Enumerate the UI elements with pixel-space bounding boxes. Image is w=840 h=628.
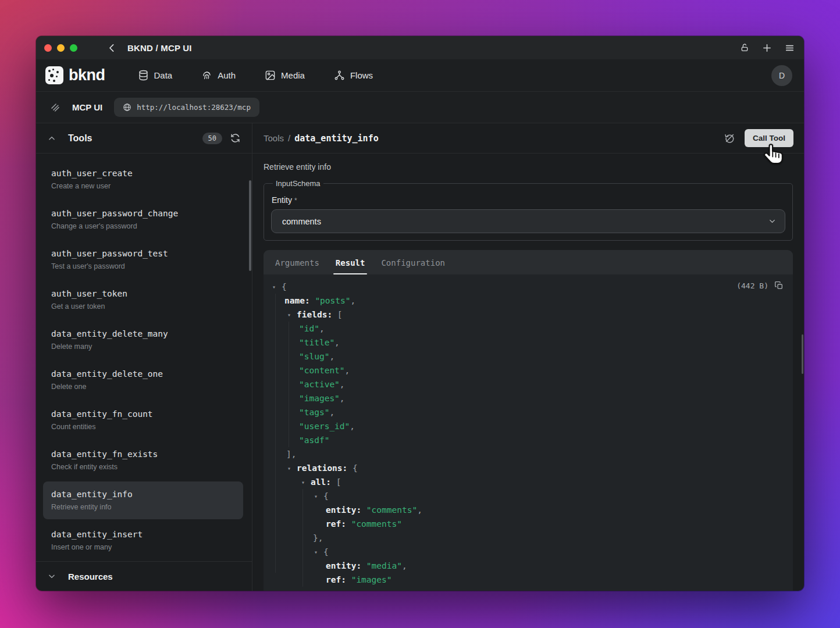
json-punctuation: ],	[286, 449, 296, 459]
json-key: fields:	[297, 310, 337, 319]
copy-icon[interactable]	[774, 281, 784, 290]
tab-arguments[interactable]: Arguments	[274, 258, 321, 274]
nav-item-data[interactable]: Data	[138, 70, 173, 81]
json-punctuation: ,	[351, 296, 356, 305]
refresh-tools-button[interactable]	[230, 133, 240, 143]
tool-name: data_entity_fn_count	[51, 408, 235, 420]
user-avatar[interactable]: D	[771, 65, 792, 86]
tool-item[interactable]: data_entity_delete_manyDelete many	[43, 321, 243, 359]
tool-item[interactable]: data_entity_insertInsert one or many	[43, 522, 243, 559]
json-punctuation: ,	[329, 352, 334, 361]
hamburger-menu-icon	[785, 43, 795, 53]
json-punctuation: ,	[402, 561, 407, 570]
json-line: entity: "media",	[272, 559, 784, 573]
json-line: "title",	[272, 336, 784, 349]
json-line: name: "posts",	[272, 294, 784, 308]
bknd-logo-icon	[45, 66, 63, 84]
globe-icon	[123, 103, 131, 112]
collapse-triangle-icon[interactable]: ▾	[301, 476, 307, 490]
json-key: ref:	[326, 519, 351, 529]
server-url: http://localhost:28623/mcp	[137, 103, 251, 112]
tool-item[interactable]: auth_user_createCreate a new user	[43, 160, 243, 198]
brand-logo[interactable]: bknd	[45, 66, 105, 84]
back-button[interactable]	[107, 43, 117, 53]
nav-item-media[interactable]: Media	[265, 70, 305, 81]
tool-desc: Delete one	[51, 382, 235, 392]
minimize-window-button[interactable]	[57, 44, 65, 52]
tool-item[interactable]: auth_user_tokenGet a user token	[43, 281, 243, 319]
collapse-triangle-icon[interactable]: ▾	[314, 545, 319, 559]
json-punctuation: ,	[329, 408, 334, 417]
tab-result[interactable]: Result	[334, 258, 366, 274]
tool-desc: Create a new user	[51, 181, 235, 191]
tab-configuration[interactable]: Configuration	[380, 258, 446, 274]
tool-item[interactable]: auth_user_password_changeChange a user's…	[43, 201, 243, 238]
nav-item-flows[interactable]: Flows	[334, 70, 373, 81]
tool-item-selected[interactable]: data_entity_infoRetrieve entity info	[43, 481, 243, 519]
tool-name: auth_user_create	[51, 167, 235, 179]
json-line: "users_id",	[272, 419, 784, 433]
chevron-up-icon	[48, 134, 56, 142]
json-string: "images"	[299, 394, 340, 403]
json-string: "asdf"	[299, 436, 329, 445]
tools-section-header[interactable]: Tools 50	[36, 123, 252, 154]
breadcrumb-section[interactable]: Tools	[264, 133, 284, 143]
json-string: "id"	[299, 324, 319, 333]
json-punctuation: [	[336, 477, 341, 487]
tool-desc: Test a user's password	[51, 262, 235, 272]
tool-desc: Change a user's password	[51, 222, 235, 231]
indent-guide	[302, 489, 303, 587]
lock-open-icon[interactable]	[740, 43, 749, 52]
json-key: entity:	[326, 505, 366, 515]
json-punctuation: ,	[345, 366, 350, 375]
json-punctuation: ,	[417, 505, 422, 515]
main-panel: Tools / data_entity_info Call Tool Retri…	[252, 123, 804, 591]
main-nav: Data Auth Media Flows	[138, 70, 373, 81]
collapse-triangle-icon[interactable]: ▾	[314, 490, 319, 504]
server-url-pill[interactable]: http://localhost:28623/mcp	[114, 98, 259, 117]
json-line: ref: "images"	[272, 573, 784, 587]
entity-label-text: Entity	[272, 195, 292, 205]
zoom-window-button[interactable]	[70, 44, 77, 52]
json-punctuation: ,	[350, 422, 355, 431]
new-tab-button[interactable]	[762, 43, 772, 53]
json-punctuation: [	[337, 310, 343, 319]
result-panel: Arguments Result Configuration (442 B)	[264, 250, 793, 591]
collapse-triangle-icon[interactable]: ▾	[287, 462, 293, 476]
mcp-tool-icon	[50, 102, 60, 113]
main-scrollbar[interactable]	[802, 334, 803, 374]
tool-item[interactable]: auth_user_password_testTest a user's pas…	[43, 241, 243, 279]
input-schema-legend: InputSchema	[273, 179, 323, 188]
tool-item[interactable]: data_entity_delete_oneDelete one	[43, 361, 243, 399]
close-window-button[interactable]	[44, 44, 52, 52]
entity-select[interactable]: comments	[271, 209, 785, 233]
json-string: "images"	[351, 575, 392, 584]
collapse-triangle-icon[interactable]: ▾	[287, 308, 293, 322]
menu-button[interactable]	[785, 43, 795, 53]
window-title: BKND / MCP UI	[127, 43, 192, 53]
sidebar-scrollbar[interactable]	[249, 180, 251, 271]
json-lines: ▾{name: "posts",▾fields: ["id","title","…	[272, 280, 784, 587]
input-schema-fieldset: InputSchema Entity* comments	[264, 179, 793, 241]
json-line: ▾fields: [	[272, 308, 784, 322]
nav-item-auth[interactable]: Auth	[201, 70, 236, 81]
image-icon	[265, 70, 276, 81]
history-off-icon[interactable]	[724, 133, 735, 144]
resources-section-header[interactable]: Resources	[36, 561, 252, 591]
tool-name: auth_user_password_change	[51, 208, 235, 219]
json-line: ref: "comments"	[272, 517, 784, 531]
tool-item[interactable]: data_entity_fn_existsCheck if entity exi…	[43, 441, 243, 479]
json-punctuation: {	[353, 463, 358, 473]
tool-desc: Delete many	[51, 342, 235, 352]
tool-name: auth_user_password_test	[51, 248, 235, 259]
json-string: "slug"	[299, 352, 329, 361]
json-line: },	[272, 531, 784, 545]
breadcrumb-separator: /	[288, 133, 290, 143]
json-string: "comments"	[366, 505, 417, 515]
chevron-down-icon	[768, 217, 777, 226]
tool-item[interactable]: data_entity_fn_countCount entities	[43, 401, 243, 439]
collapse-triangle-icon[interactable]: ▾	[272, 280, 277, 294]
json-punctuation: {	[282, 282, 287, 291]
nav-label: Data	[154, 70, 173, 80]
chevron-down-icon	[48, 572, 56, 580]
